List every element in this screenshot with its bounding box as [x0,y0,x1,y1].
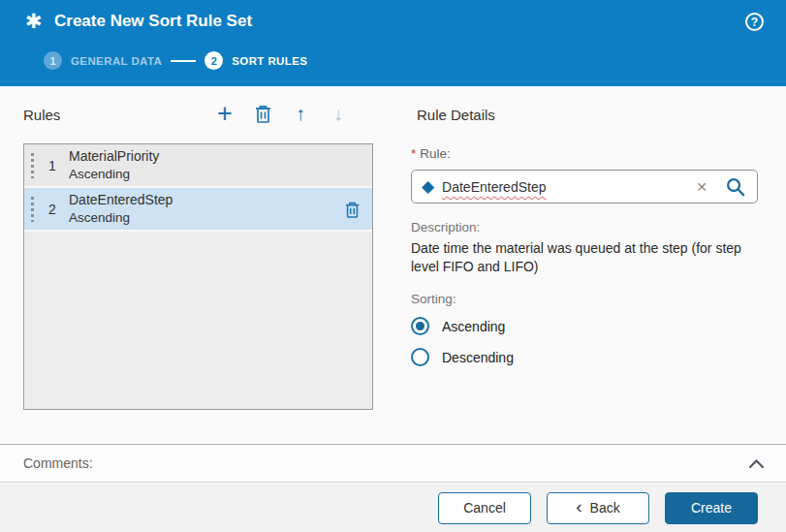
stepper: 1 GENERAL DATA 2 SORT RULES [44,51,307,70]
step-general-data[interactable]: 1 GENERAL DATA [44,51,162,70]
drag-handle-icon[interactable] [31,197,34,222]
move-up-button[interactable]: ↑ [289,101,312,126]
dialog-title: Create New Sort Rule Set [54,12,252,31]
step-1-label: GENERAL DATA [71,55,162,67]
add-rule-button[interactable]: + [213,101,236,126]
rule-input-value: DateEnteredStep [442,179,696,195]
sorting-label: Sorting: [411,292,456,306]
rule-row-index: 1 [44,158,61,173]
rule-row-index: 2 [44,202,61,217]
rule-field-label: *Rule: [411,146,451,161]
comments-section: Comments: [0,444,786,483]
step-2-circle: 2 [204,51,223,70]
radio-descending-label: Descending [442,350,514,365]
trash-icon [344,201,361,219]
rule-type-diamond-icon: ◆ [422,178,434,195]
dialog-footer: Cancel ‹ Back Create [0,484,786,532]
chevron-up-icon[interactable] [748,458,765,469]
search-icon[interactable] [725,176,745,197]
radio-ascending[interactable]: Ascending [411,317,514,335]
rule-row-2[interactable]: 2 DateEnteredStep Ascending [24,188,372,232]
help-glyph: ? [751,16,758,29]
delete-row-button[interactable] [344,201,361,222]
create-button[interactable]: Create [665,492,758,524]
dialog-header: ✱ Create New Sort Rule Set ? 1 GENERAL D… [0,0,786,86]
cancel-button[interactable]: Cancel [438,492,531,524]
radio-ascending-label: Ascending [442,319,505,334]
trash-icon [254,104,272,124]
sorting-radio-group: Ascending Descending [411,317,514,366]
description-label: Description: [411,220,480,235]
step-1-circle: 1 [44,51,62,70]
rules-list: 1 MaterialPriority Ascending 2 DateEnter… [23,143,373,410]
radio-ascending-circle [411,317,429,335]
back-button-label: Back [590,500,620,516]
rule-row-name: MaterialPriority [69,147,159,166]
rule-row-sort: Ascending [69,209,173,227]
asterisk-icon: ✱ [25,10,43,33]
back-button[interactable]: ‹ Back [547,492,649,524]
rule-details-title: Rule Details [417,107,495,123]
rule-row-name: DateEnteredStep [69,191,173,209]
drag-handle-icon[interactable] [31,153,34,178]
move-down-button[interactable]: ↓ [327,101,350,126]
clear-icon[interactable]: ✕ [696,180,707,194]
rules-toolbar: + ↑ ↓ [23,101,373,126]
radio-descending[interactable]: Descending [411,348,514,366]
step-2-label: SORT RULES [232,55,307,67]
rule-row-1[interactable]: 1 MaterialPriority Ascending [24,144,372,188]
step-sort-rules[interactable]: 2 SORT RULES [204,51,307,70]
help-icon[interactable]: ? [745,13,764,31]
delete-rule-button[interactable] [251,101,274,126]
radio-descending-circle [411,348,429,366]
chevron-left-icon: ‹ [576,500,582,514]
description-text: Date time the material was queued at the… [411,239,771,276]
rule-input[interactable]: ◆ DateEnteredStep ✕ [411,170,758,203]
step-connector [171,60,196,62]
create-sort-rule-set-dialog: ✱ Create New Sort Rule Set ? 1 GENERAL D… [0,0,786,532]
comments-label: Comments: [23,455,93,471]
rule-row-sort: Ascending [69,166,159,183]
required-asterisk: * [411,146,416,161]
